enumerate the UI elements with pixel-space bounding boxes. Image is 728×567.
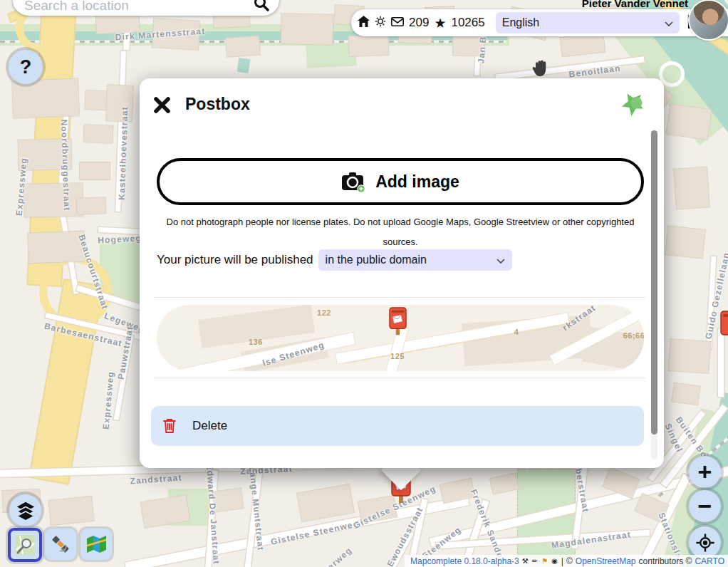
zoom-in-label: + bbox=[698, 458, 712, 486]
street-label-erweg: erweg bbox=[326, 545, 354, 567]
delete-button[interactable]: Delete bbox=[151, 406, 644, 446]
layers-icon bbox=[16, 501, 36, 521]
flag-icon: ⚑ bbox=[541, 557, 548, 565]
map-shape bbox=[349, 35, 389, 56]
folded-map-icon bbox=[85, 534, 107, 555]
satellite-icon bbox=[50, 534, 71, 555]
add-image-button[interactable]: Add image bbox=[157, 158, 644, 205]
map-shape bbox=[490, 473, 519, 494]
search-input[interactable] bbox=[13, 0, 279, 16]
search-bar[interactable] bbox=[13, 0, 279, 16]
mapcomplete-version-link[interactable]: Mapcomplete 0.18.0-alpha-3 bbox=[410, 556, 519, 566]
street-label-expressweg_b: Expressweg bbox=[100, 371, 115, 430]
image-disclaimer: Do not photograph people nor license pla… bbox=[160, 212, 641, 252]
osm-link[interactable]: OpenStreetMap bbox=[576, 556, 636, 566]
minimap-label-house_125: 125 bbox=[390, 352, 405, 360]
camera-icon bbox=[341, 171, 365, 192]
map-shape bbox=[297, 484, 354, 521]
home-icon[interactable] bbox=[358, 16, 370, 30]
license-prefix: Your picture will be published bbox=[157, 253, 313, 267]
map-shape bbox=[669, 339, 711, 373]
popup-scrollbar[interactable] bbox=[651, 130, 657, 459]
star-icon: ★ bbox=[434, 16, 446, 30]
license-select[interactable]: in the public domain bbox=[318, 249, 512, 271]
help-button[interactable]: ? bbox=[9, 50, 43, 84]
license-row: Your picture will be published in the pu… bbox=[157, 249, 512, 271]
map-shape bbox=[561, 33, 605, 56]
map-shape bbox=[281, 14, 333, 44]
attribution-bar: Mapcomplete 0.18.0-alpha-3 ⚒ ✏ ⚑ ◉ | © O… bbox=[405, 555, 728, 567]
postbox-marker-partial[interactable] bbox=[719, 311, 728, 346]
map-shape bbox=[80, 162, 110, 180]
trash-icon bbox=[162, 417, 177, 435]
geolocate-button[interactable] bbox=[689, 526, 721, 558]
pencil-icon: ✏ bbox=[532, 557, 539, 565]
map-shape bbox=[674, 167, 709, 209]
divider bbox=[154, 297, 645, 298]
zoom-out-button[interactable]: − bbox=[689, 490, 721, 522]
attr-copyright: © bbox=[566, 556, 573, 566]
hammer-icon: ⚒ bbox=[522, 557, 529, 565]
street-label-zandstraat_a: Zandstraat bbox=[130, 472, 182, 486]
license-value: in the public domain bbox=[326, 254, 427, 266]
delete-label: Delete bbox=[192, 419, 227, 433]
basemap-map-button[interactable] bbox=[80, 529, 112, 560]
minimap-label-house_4: 4 bbox=[514, 328, 519, 336]
crosshair-icon bbox=[695, 533, 715, 553]
add-image-label: Add image bbox=[375, 172, 459, 192]
layers-button[interactable] bbox=[9, 494, 41, 526]
username-label: Pieter Vander Vennet bbox=[582, 0, 688, 9]
map-shape bbox=[77, 197, 106, 214]
attr-contributors: contributors © bbox=[639, 556, 692, 566]
gear-icon[interactable] bbox=[375, 16, 386, 30]
help-label: ? bbox=[20, 56, 32, 78]
map-shape bbox=[665, 226, 705, 258]
stars-count: 10265 bbox=[451, 16, 484, 30]
feature-popup: Postbox Add image Do not photograph peop… bbox=[140, 78, 664, 468]
map-shape bbox=[84, 125, 113, 142]
map-shape bbox=[666, 104, 711, 140]
zoom-out-label: − bbox=[698, 492, 712, 520]
mapcomplete-logo-icon bbox=[620, 93, 645, 121]
minimap-label-house_122: 122 bbox=[317, 308, 331, 317]
minimap-label-house_136: 136 bbox=[249, 338, 263, 346]
search-icon[interactable] bbox=[254, 0, 269, 14]
carto-link[interactable]: CARTO bbox=[695, 556, 724, 566]
basemap-satellite-button[interactable] bbox=[45, 529, 76, 560]
map-shape bbox=[48, 496, 93, 525]
map-shape bbox=[672, 383, 700, 405]
language-value: English bbox=[502, 16, 539, 29]
close-icon[interactable] bbox=[152, 95, 172, 118]
minimap-label-house_66: 66;66 bbox=[623, 331, 644, 340]
scrollbar-thumb[interactable] bbox=[651, 130, 657, 435]
map-shape bbox=[237, 58, 251, 73]
attr-separator: | bbox=[561, 556, 563, 566]
user-toolbar: 209 ★ 10265 English bbox=[351, 9, 728, 36]
map-shape bbox=[24, 183, 83, 217]
chevron-down-icon bbox=[496, 254, 505, 266]
map-shape bbox=[226, 36, 260, 56]
language-select[interactable]: English bbox=[496, 12, 680, 33]
zoom-in-button[interactable]: + bbox=[689, 456, 721, 488]
street-label-jan_br: Jan Br bbox=[476, 31, 489, 64]
chevron-down-icon bbox=[665, 16, 673, 29]
circle-icon: ◉ bbox=[551, 557, 558, 565]
hand-cursor-icon bbox=[532, 59, 549, 80]
messages-count: 209 bbox=[409, 16, 429, 30]
basemap-osm-button[interactable] bbox=[8, 528, 42, 562]
popup-title: Postbox bbox=[185, 95, 250, 114]
osm-map-icon bbox=[14, 534, 36, 556]
divider bbox=[154, 378, 645, 378]
messages-icon[interactable] bbox=[391, 16, 404, 29]
minimap-postbox-marker bbox=[388, 307, 407, 339]
map-shape bbox=[12, 78, 79, 118]
avatar[interactable] bbox=[690, 1, 728, 39]
location-minimap[interactable]: 122136125466;66lse Steenwegrkstraat bbox=[157, 305, 644, 371]
